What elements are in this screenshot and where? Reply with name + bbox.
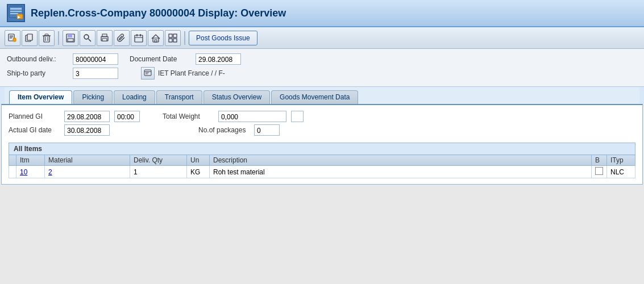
col-ityp: ITyp (607, 155, 635, 166)
ship-to-party-label: Ship-to party (7, 69, 69, 77)
svg-rect-19 (68, 34, 72, 37)
row-ityp-cell: NLC (607, 166, 635, 178)
document-date-label: Document Date (130, 55, 192, 63)
actual-gi-label: Actual GI date (9, 126, 60, 134)
edit-button[interactable] (5, 30, 20, 46)
total-weight-unit (291, 111, 304, 122)
row-un-cell: KG (187, 166, 210, 178)
save-button[interactable] (63, 30, 78, 46)
outbound-deliv-value: 80000004 (73, 53, 118, 65)
b-checkbox[interactable] (595, 167, 603, 175)
tab-loading[interactable]: Loading (114, 90, 155, 104)
document-date-group: Document Date 29.08.2008 (130, 53, 241, 65)
svg-rect-20 (68, 39, 73, 41)
plant-info-text: IET Plant France / / F- (158, 69, 225, 77)
search-button[interactable] (80, 30, 95, 46)
ship-to-party-value: 3 (73, 68, 118, 79)
tab-item-overview[interactable]: Item Overview (9, 90, 72, 104)
total-weight-value: 0,000 (218, 111, 286, 122)
form-row-2: Ship-to party 3 IET Plant France / / F- (7, 67, 637, 80)
svg-rect-34 (169, 39, 172, 42)
page-title: Replen.Cross-Company 80000004 Display: O… (31, 7, 286, 19)
svg-text:▶: ▶ (18, 15, 20, 19)
svg-rect-2 (10, 11, 22, 12)
outbound-deliv-group: Outbound deliv.: 80000004 (7, 53, 118, 65)
planned-gi-time: 00:00 (114, 111, 140, 122)
svg-rect-3 (10, 13, 18, 14)
total-weight-group: Total Weight 0,000 (163, 111, 304, 122)
planned-gi-date: 29.08.2008 (64, 111, 110, 122)
plant-info-icon-btn[interactable] (141, 67, 155, 80)
app-icon: ▶ (7, 4, 25, 22)
svg-rect-12 (27, 34, 32, 40)
grid-button[interactable] (165, 30, 181, 46)
ship-to-party-group: Ship-to party 3 (7, 68, 118, 79)
table-header-row: Itm Material Deliv. Qty Un Description B… (9, 155, 635, 166)
tab-bar-wrapper: Item Overview Picking Loading Transport … (0, 87, 644, 104)
toolbar-sep-1 (58, 31, 59, 45)
tab-transport[interactable]: Transport (156, 90, 202, 104)
row-itm-cell: 10 (16, 166, 45, 178)
row-description-cell: Roh test material (210, 166, 592, 178)
actual-gi-date: 30.08.2008 (64, 124, 110, 136)
svg-rect-26 (135, 35, 143, 42)
svg-rect-1 (10, 8, 22, 10)
all-items-header: All Items (9, 143, 635, 154)
row-material-cell: 2 (45, 166, 130, 178)
form-area: Outbound deliv.: 80000004 Document Date … (0, 49, 644, 87)
print-button[interactable] (97, 30, 113, 46)
row-deliv-qty-cell: 1 (130, 166, 187, 178)
col-un: Un (187, 155, 210, 166)
row-b-cell (592, 166, 607, 178)
total-weight-label: Total Weight (163, 112, 214, 120)
delete-button[interactable] (39, 30, 55, 46)
attach-button[interactable] (114, 30, 130, 46)
document-date-value: 29.08.2008 (196, 53, 241, 65)
svg-rect-33 (173, 34, 177, 37)
form-row-1: Outbound deliv.: 80000004 Document Date … (7, 53, 637, 65)
col-description: Description (210, 155, 592, 166)
svg-rect-15 (45, 34, 48, 36)
col-deliv-qty: Deliv. Qty (130, 155, 187, 166)
outbound-deliv-label: Outbound deliv.: (7, 55, 69, 63)
gi-fields-2: Actual GI date 30.08.2008 No.of packages… (9, 124, 635, 136)
actual-gi-group: Actual GI date 30.08.2008 (9, 124, 110, 136)
svg-point-21 (84, 35, 89, 39)
col-b: B (592, 155, 607, 166)
table-row: 10 2 1 KG Roh test material NLC (9, 166, 635, 178)
gi-fields: Planned GI 29.08.2008 00:00 Total Weight… (9, 111, 635, 122)
home-button[interactable] (148, 30, 164, 46)
col-indicator (9, 155, 16, 166)
no-packages-value: 0 (254, 124, 280, 136)
toolbar: Post Goods Issue (0, 27, 644, 49)
svg-rect-25 (102, 39, 107, 41)
svg-line-22 (89, 39, 92, 41)
svg-rect-13 (44, 36, 49, 42)
row-indicator-cell (9, 166, 16, 178)
svg-rect-32 (169, 34, 172, 37)
title-bar: ▶ Replen.Cross-Company 80000004 Display:… (0, 0, 644, 27)
calendar-button[interactable] (131, 30, 147, 46)
planned-gi-group: Planned GI 29.08.2008 00:00 (9, 111, 140, 122)
tab-picking[interactable]: Picking (73, 90, 113, 104)
no-packages-group: No.of packages 0 (198, 124, 280, 136)
svg-rect-35 (173, 39, 177, 42)
tab-status-overview[interactable]: Status Overview (203, 90, 270, 104)
post-goods-issue-button[interactable]: Post Goods Issue (189, 31, 257, 45)
col-itm: Itm (16, 155, 45, 166)
all-items-section: All Items Itm Material Deliv. Qty Un Des… (9, 143, 635, 178)
col-material: Material (45, 155, 130, 166)
material-link[interactable]: 2 (48, 168, 52, 176)
copy-button[interactable] (22, 30, 38, 46)
tab-container: Item Overview Picking Loading Transport … (5, 87, 639, 104)
toolbar-sep-2 (184, 31, 185, 45)
itm-link[interactable]: 10 (20, 168, 27, 176)
items-table: Itm Material Deliv. Qty Un Description B… (9, 154, 635, 178)
svg-rect-10 (13, 38, 16, 41)
planned-gi-label: Planned GI (9, 112, 60, 120)
plant-info-group: IET Plant France / / F- (141, 67, 225, 80)
tab-goods-movement[interactable]: Goods Movement Data (271, 90, 358, 104)
tab-content-item-overview: Planned GI 29.08.2008 00:00 Total Weight… (1, 104, 643, 185)
no-packages-label: No.of packages (198, 126, 250, 134)
